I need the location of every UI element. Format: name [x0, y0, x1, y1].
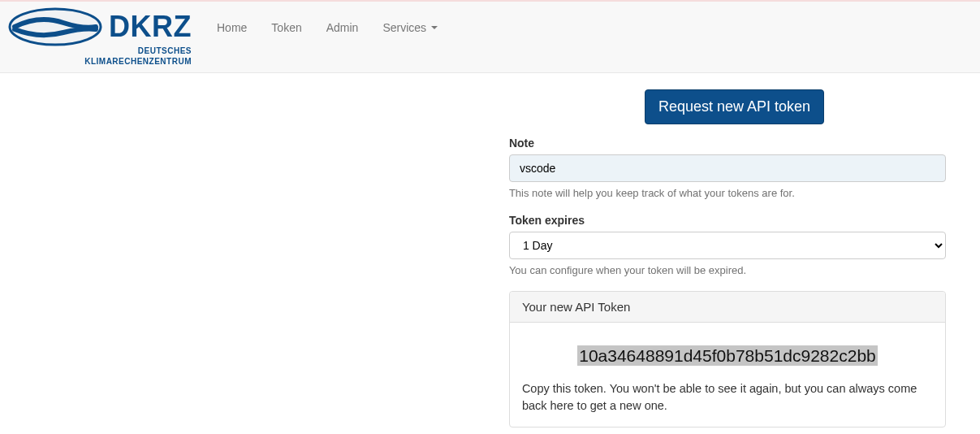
- dkrz-logo-icon: [6, 7, 104, 47]
- token-panel: Your new API Token 10a34648891d45f0b78b5…: [509, 291, 946, 427]
- nav-token[interactable]: Token: [259, 13, 313, 42]
- brand-name: DKRZ: [109, 10, 192, 44]
- brand-subtitle: DEUTSCHES KLIMARECHENZENTRUM: [84, 46, 192, 67]
- expires-select[interactable]: 1 Day: [509, 232, 946, 259]
- note-group: Note This note will help you keep track …: [509, 137, 946, 199]
- nav-links: Home Token Admin Services: [205, 2, 450, 42]
- expires-label: Token expires: [509, 214, 946, 227]
- token-panel-title: Your new API Token: [510, 292, 945, 323]
- nav-services-label: Services: [382, 21, 426, 34]
- api-token-value: 10a34648891d45f0b78b51dc9282c2bb: [577, 345, 878, 366]
- navbar: DKRZ DEUTSCHES KLIMARECHENZENTRUM Home T…: [0, 2, 980, 73]
- note-label: Note: [509, 137, 946, 150]
- chevron-down-icon: [431, 26, 438, 29]
- expires-help: You can configure when your token will b…: [509, 264, 946, 276]
- nav-home[interactable]: Home: [205, 13, 259, 42]
- brand-logo-link[interactable]: DKRZ DEUTSCHES KLIMARECHENZENTRUM: [6, 2, 205, 72]
- note-input[interactable]: [509, 154, 946, 182]
- main-content: Request new API token Note This note wil…: [7, 73, 974, 434]
- note-help: This note will help you keep track of wh…: [509, 187, 946, 199]
- svg-point-1: [10, 9, 101, 45]
- token-copy-message: Copy this token. You won't be able to se…: [522, 380, 933, 414]
- nav-admin[interactable]: Admin: [314, 13, 371, 42]
- request-token-button[interactable]: Request new API token: [645, 89, 824, 124]
- expires-group: Token expires 1 Day You can configure wh…: [509, 214, 946, 276]
- nav-services[interactable]: Services: [370, 13, 450, 42]
